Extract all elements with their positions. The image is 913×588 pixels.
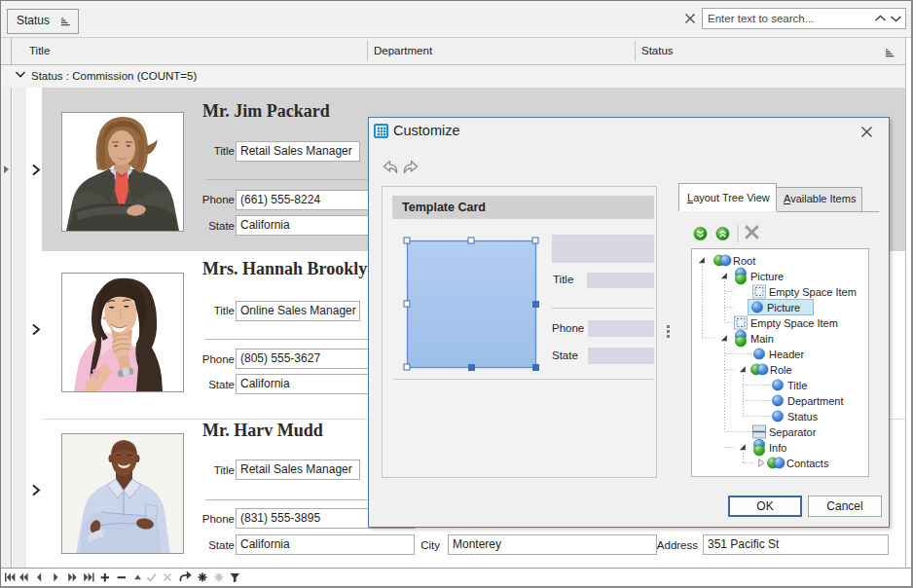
svg-text:Role: Role <box>770 364 792 376</box>
svg-text:Info: Info <box>769 442 786 454</box>
svg-text:Picture: Picture <box>750 271 784 282</box>
svg-text:Main: Main <box>750 333 774 345</box>
svg-text:Contacts: Contacts <box>786 458 829 469</box>
svg-text:Title: Title <box>787 380 807 391</box>
svg-text:Empty Space Item: Empty Space Item <box>769 286 857 298</box>
svg-text:Empty Space Item: Empty Space Item <box>750 317 838 329</box>
svg-text:Root: Root <box>733 255 755 267</box>
svg-text:Header: Header <box>769 349 804 360</box>
svg-text:Department: Department <box>787 395 843 407</box>
svg-text:Picture: Picture <box>767 302 800 313</box>
svg-text:Separator: Separator <box>769 426 817 438</box>
svg-text:Status: Status <box>787 411 819 423</box>
